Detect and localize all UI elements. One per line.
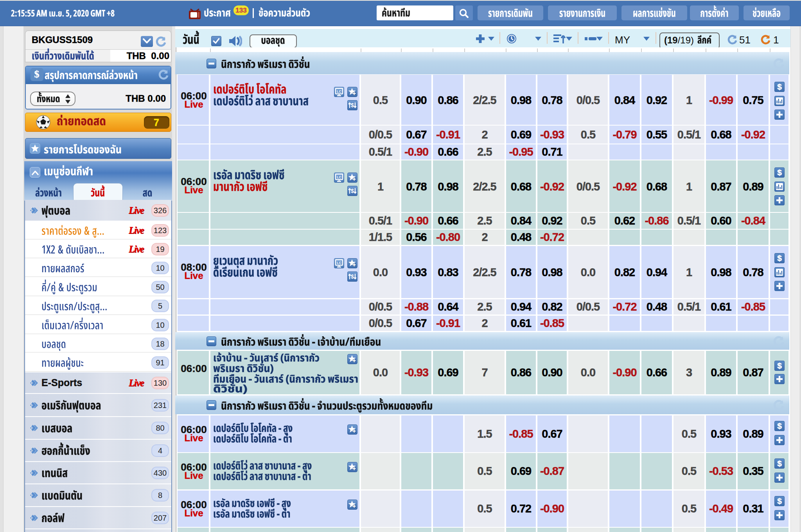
svg-text:$: $ xyxy=(351,102,354,108)
svg-text:LC: LC xyxy=(337,261,341,265)
svg-text:$: $ xyxy=(351,273,354,280)
svg-text:LC: LC xyxy=(337,90,341,93)
svg-text:LC: LC xyxy=(337,175,341,179)
svg-text:$: $ xyxy=(351,188,354,194)
